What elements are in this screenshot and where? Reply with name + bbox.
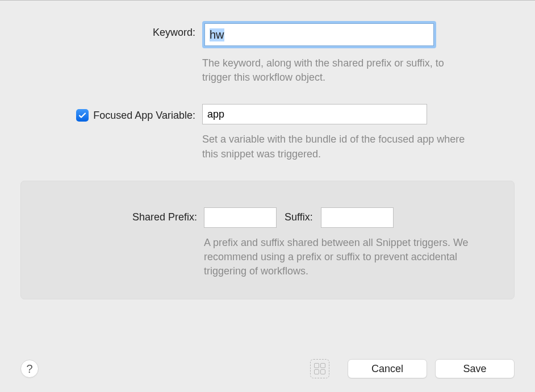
keyword-value: hw <box>210 28 224 41</box>
grid-layout-button[interactable] <box>310 359 329 378</box>
checkmark-icon <box>78 111 87 120</box>
keyword-focus-ring: hw <box>202 21 436 48</box>
focused-app-checkbox[interactable] <box>76 109 89 122</box>
preferences-pane: Keyword: hw The keyword, along with the … <box>0 0 535 392</box>
keyword-input[interactable]: hw <box>204 23 434 46</box>
focused-app-row: Focused App Variable: Set a variable wit… <box>20 104 515 161</box>
shared-suffix-label: Suffix: <box>285 211 313 223</box>
shared-suffix-input[interactable] <box>321 207 394 228</box>
footer: ? Cancel Save <box>20 359 515 378</box>
help-button[interactable]: ? <box>20 360 39 378</box>
help-icon: ? <box>26 362 32 376</box>
focused-app-label: Focused App Variable: <box>93 110 195 122</box>
shared-prefix-box: Shared Prefix: Suffix: A prefix and suff… <box>20 181 515 300</box>
shared-prefix-input[interactable] <box>204 207 277 228</box>
keyword-label: Keyword: <box>153 27 195 39</box>
save-button[interactable]: Save <box>435 359 515 378</box>
cancel-button[interactable]: Cancel <box>348 359 427 378</box>
grid-icon <box>314 363 325 374</box>
shared-prefix-label: Shared Prefix: <box>132 211 197 223</box>
keyword-row: Keyword: hw The keyword, along with the … <box>20 21 515 85</box>
focused-app-help: Set a variable with the bundle id of the… <box>202 132 469 161</box>
keyword-help: The keyword, along with the shared prefi… <box>202 56 469 85</box>
focused-app-input[interactable] <box>202 104 427 124</box>
shared-help: A prefix and suffix shared between all S… <box>204 236 488 279</box>
